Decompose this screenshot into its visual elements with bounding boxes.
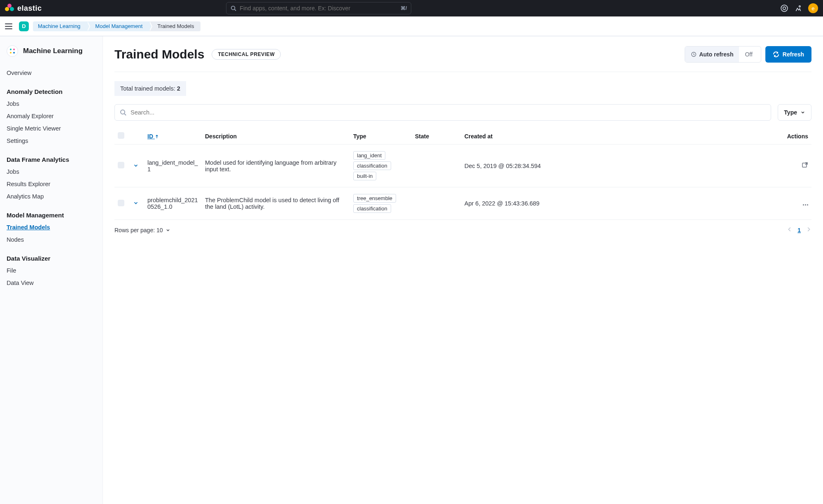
- newsfeed-icon[interactable]: [794, 4, 802, 12]
- type-tag: lang_ident: [353, 151, 385, 160]
- sidebar-item-jobs-ad[interactable]: Jobs: [7, 98, 96, 110]
- auto-refresh-value: Off: [739, 51, 760, 58]
- cell-state: [412, 187, 461, 220]
- svg-point-2: [783, 7, 786, 10]
- search-icon: [120, 109, 126, 116]
- export-action-button[interactable]: [802, 162, 808, 168]
- type-tag: classification: [353, 161, 391, 170]
- sidebar-heading-anomaly-detection: Anomaly Detection: [7, 88, 96, 95]
- sidebar-heading-model-management: Model Management: [7, 212, 96, 219]
- table-row: problemchild_20210526_1.0The ProblemChil…: [114, 187, 811, 220]
- sidebar-item-results-explorer[interactable]: Results Explorer: [7, 178, 96, 190]
- pagination: 1: [787, 226, 811, 233]
- svg-point-9: [121, 110, 125, 114]
- cell-description: Model used for identifying language from…: [202, 145, 350, 187]
- column-header-state[interactable]: State: [412, 128, 461, 145]
- auto-refresh-button[interactable]: Auto refresh: [685, 47, 739, 62]
- svg-point-7: [13, 52, 15, 54]
- search-shortcut: ⌘/: [401, 5, 407, 11]
- trained-models-table: ID Description Type State Created at Act…: [114, 128, 811, 220]
- space-selector[interactable]: D: [19, 21, 29, 31]
- sidebar-item-data-view[interactable]: Data View: [7, 277, 96, 289]
- sidebar-item-overview[interactable]: Overview: [7, 67, 96, 79]
- svg-point-5: [13, 49, 15, 50]
- row-checkbox[interactable]: [118, 200, 124, 206]
- clock-icon: [691, 51, 697, 57]
- refresh-button[interactable]: Refresh: [765, 46, 811, 63]
- cell-id: lang_ident_model_1: [144, 145, 202, 187]
- sidebar-app-title: Machine Learning: [23, 47, 83, 55]
- elastic-logo[interactable]: elastic: [5, 4, 42, 13]
- global-header: elastic ⌘/ e: [0, 0, 823, 16]
- user-avatar[interactable]: e: [808, 3, 818, 13]
- sidebar-item-nodes[interactable]: Nodes: [7, 233, 96, 246]
- select-all-checkbox[interactable]: [118, 132, 124, 139]
- sidebar-item-anomaly-explorer[interactable]: Anomaly Explorer: [7, 110, 96, 122]
- column-header-created[interactable]: Created at: [461, 128, 779, 145]
- main-content: Trained Models TECHNICAL PREVIEW Auto re…: [103, 36, 823, 504]
- cell-actions: [779, 145, 811, 187]
- chevron-down-icon: [800, 110, 805, 115]
- page-title: Trained Models: [114, 47, 204, 61]
- row-checkbox[interactable]: [118, 162, 124, 168]
- global-search[interactable]: ⌘/: [226, 2, 411, 14]
- more-actions-button[interactable]: [802, 200, 808, 207]
- page-number[interactable]: 1: [797, 227, 801, 233]
- sidebar-item-jobs-dfa[interactable]: Jobs: [7, 166, 96, 178]
- chevron-down-icon: [133, 200, 139, 206]
- nav-toggle-button[interactable]: [5, 21, 15, 31]
- column-header-actions: Actions: [779, 128, 811, 145]
- svg-point-1: [781, 5, 788, 12]
- cell-id: problemchild_20210526_1.0: [144, 187, 202, 220]
- table-search-input[interactable]: [131, 109, 766, 116]
- sidebar-item-settings[interactable]: Settings: [7, 135, 96, 147]
- table-search[interactable]: [114, 104, 771, 121]
- breadcrumb-ml[interactable]: Machine Learning: [33, 21, 87, 31]
- svg-point-0: [231, 6, 235, 10]
- breadcrumb-model-management[interactable]: Model Management: [87, 21, 149, 31]
- column-header-id[interactable]: ID: [144, 128, 202, 145]
- chevron-down-icon: [133, 163, 139, 168]
- type-tag: tree_ensemble: [353, 194, 396, 203]
- column-header-type[interactable]: Type: [350, 128, 412, 145]
- total-count-badge: Total trained models: 2: [114, 81, 186, 96]
- expand-row-button[interactable]: [133, 162, 139, 169]
- chevron-down-icon: [166, 228, 170, 233]
- sidebar-item-single-metric-viewer[interactable]: Single Metric Viewer: [7, 122, 96, 135]
- next-page-button[interactable]: [806, 226, 811, 233]
- global-search-input[interactable]: [240, 5, 397, 12]
- sidebar-item-analytics-map[interactable]: Analytics Map: [7, 190, 96, 203]
- svg-point-4: [10, 49, 12, 50]
- brand-text: elastic: [17, 4, 42, 13]
- table-row: lang_ident_model_1Model used for identif…: [114, 145, 811, 187]
- sidebar-item-file[interactable]: File: [7, 264, 96, 277]
- sidebar-item-trained-models[interactable]: Trained Models: [7, 221, 96, 233]
- sidebar-heading-dfa: Data Frame Analytics: [7, 156, 96, 163]
- type-tag: built-in: [353, 172, 376, 180]
- cell-actions: [779, 187, 811, 220]
- cell-description: The ProblemChild model is used to detect…: [202, 187, 350, 220]
- type-tag: classification: [353, 204, 391, 213]
- column-header-description[interactable]: Description: [202, 128, 350, 145]
- cell-created: Dec 5, 2019 @ 05:28:34.594: [461, 145, 779, 187]
- cell-type: tree_ensembleclassification: [350, 187, 412, 220]
- breadcrumbs: Machine Learning Model Management Traine…: [33, 21, 201, 31]
- cell-state: [412, 145, 461, 187]
- refresh-icon: [773, 51, 779, 58]
- cell-created: Apr 6, 2022 @ 15:43:36.689: [461, 187, 779, 220]
- auto-refresh-control: Auto refresh Off: [685, 46, 761, 63]
- svg-point-6: [10, 52, 12, 54]
- ml-app-icon: [7, 45, 18, 57]
- type-filter-button[interactable]: Type: [778, 104, 811, 121]
- sidebar: Machine Learning Overview Anomaly Detect…: [0, 36, 103, 504]
- help-icon[interactable]: [780, 4, 788, 12]
- elastic-logo-icon: [5, 4, 14, 13]
- breadcrumb-trained-models: Trained Models: [149, 21, 201, 31]
- sidebar-heading-data-visualizer: Data Visualizer: [7, 255, 96, 262]
- cell-type: lang_identclassificationbuilt-in: [350, 145, 412, 187]
- search-icon: [231, 5, 236, 11]
- rows-per-page-button[interactable]: Rows per page: 10: [114, 227, 170, 233]
- prev-page-button[interactable]: [787, 226, 793, 233]
- expand-row-button[interactable]: [133, 200, 139, 206]
- sort-asc-icon: [155, 135, 159, 139]
